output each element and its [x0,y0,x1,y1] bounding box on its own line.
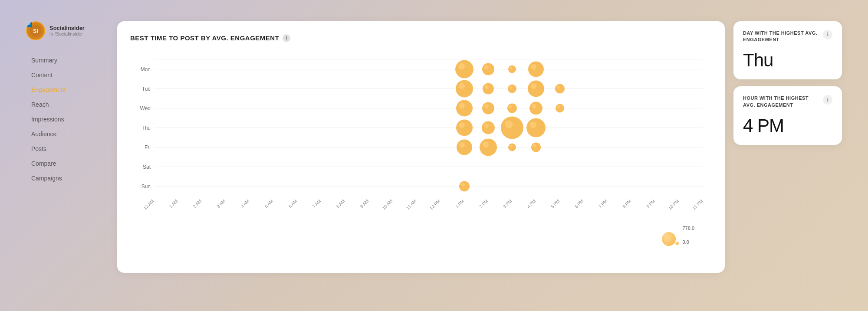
svg-point-44 [484,65,489,69]
svg-text:10 PM: 10 PM [667,198,680,210]
svg-point-46 [510,66,512,69]
svg-text:2 AM: 2 AM [192,198,203,209]
legend-max-bubble [662,232,676,246]
svg-text:Mon: Mon [141,66,151,72]
svg-text:10 AM: 10 AM [381,198,394,210]
svg-text:11 AM: 11 AM [405,198,418,210]
svg-point-55 [528,80,544,97]
brand-avatar: in SI [26,21,45,40]
svg-text:Fri: Fri [145,144,151,150]
svg-point-41 [455,60,473,78]
svg-point-73 [501,116,523,139]
stat-card-day-header: Day with the Highest Avg. Engagement ℹ [743,30,832,43]
stat-card-hour-icon[interactable]: ℹ [823,95,832,105]
svg-text:7 PM: 7 PM [598,198,608,209]
svg-point-65 [529,101,542,115]
svg-text:Thu: Thu [141,124,151,131]
stat-card-hour-title: Hour with the Highest Avg. Engagement [743,95,821,108]
svg-point-80 [483,141,489,147]
svg-text:SI: SI [33,28,38,34]
sidebar-item-impressions[interactable]: Impressions [26,112,108,126]
svg-text:7 AM: 7 AM [312,198,322,209]
sidebar-item-compare[interactable]: Compare [26,157,108,170]
chart-title-row: Best Time to Post by Avg. Engagement ℹ [130,34,712,42]
svg-text:4 PM: 4 PM [526,198,536,209]
stat-card-day-icon[interactable]: ℹ [823,30,832,39]
brand-name: Socialinsider [49,25,85,31]
sidebar-item-audience[interactable]: Audience [26,127,108,141]
legend-labels: 778.0 0.0 [682,226,694,245]
svg-point-64 [509,105,513,108]
svg-text:1 PM: 1 PM [454,198,465,209]
sidebar-item-content[interactable]: Content [26,68,108,82]
svg-point-74 [505,120,513,128]
svg-point-62 [484,104,489,108]
stat-card-day: Day with the Highest Avg. Engagement ℹ T… [733,21,842,80]
svg-point-56 [531,83,536,89]
legend-max-label: 778.0 [682,226,694,231]
svg-point-51 [483,83,494,94]
svg-point-63 [507,103,517,113]
svg-point-72 [484,123,489,128]
svg-point-59 [456,100,473,116]
svg-text:12 AM: 12 AM [143,198,155,210]
svg-point-48 [531,64,536,69]
svg-text:3 PM: 3 PM [502,198,513,209]
svg-text:11 PM: 11 PM [691,198,704,210]
legend-bubbles-visual [658,224,680,246]
svg-text:3 AM: 3 AM [216,198,227,209]
sidebar-item-engagement[interactable]: Engagement [26,83,108,97]
svg-text:5 AM: 5 AM [264,198,274,209]
svg-text:Sun: Sun [141,183,151,189]
legend-min-label: 0.0 [682,239,694,245]
svg-point-71 [482,121,495,134]
svg-point-50 [459,83,465,89]
svg-text:1 AM: 1 AM [168,198,179,209]
svg-point-77 [457,139,472,155]
bubble-chart-container: MonTueWedThuFriSatSun12 AM1 AM2 AM3 AM4 … [130,55,712,220]
legend-min-bubble [675,242,679,245]
svg-text:Tue: Tue [142,85,151,92]
svg-text:12 PM: 12 PM [429,198,441,210]
right-panel: Day with the Highest Avg. Engagement ℹ T… [733,13,851,299]
svg-point-52 [485,85,489,89]
chart-card: Best Time to Post by Avg. Engagement ℹ M… [117,21,725,273]
svg-text:6 PM: 6 PM [574,198,584,209]
svg-text:9 AM: 9 AM [359,198,370,209]
brand-handle: in /Socialinsider [49,31,85,36]
svg-point-79 [480,138,497,156]
svg-point-83 [531,142,541,152]
sidebar-item-reach[interactable]: Reach [26,98,108,111]
main-content: Best Time to Post by Avg. Engagement ℹ M… [108,13,733,299]
app-container: in SI Socialinsider in /Socialinsider Su… [17,13,851,299]
legend-container: 778.0 0.0 [658,224,694,246]
stat-card-hour-header: Hour with the Highest Avg. Engagement ℹ [743,95,832,108]
svg-point-86 [461,183,464,186]
svg-point-60 [459,103,465,108]
stat-card-hour: Hour with the Highest Avg. Engagement ℹ … [733,86,842,145]
sidebar-item-summary[interactable]: Summary [26,53,108,67]
sidebar-item-posts[interactable]: Posts [26,142,108,156]
svg-text:Wed: Wed [140,105,151,111]
svg-point-58 [557,85,560,89]
svg-text:4 AM: 4 AM [240,198,250,209]
svg-text:8 PM: 8 PM [621,198,632,209]
svg-point-49 [456,80,473,97]
chart-title: Best Time to Post by Avg. Engagement [130,34,279,42]
chart-info-icon[interactable]: ℹ [283,34,290,42]
svg-point-45 [508,65,516,73]
svg-point-76 [530,121,536,128]
svg-point-68 [557,105,560,108]
svg-point-57 [555,84,565,93]
svg-point-82 [510,144,512,147]
linkedin-badge: in [26,21,32,27]
svg-text:6 AM: 6 AM [288,198,298,209]
svg-point-70 [459,122,465,128]
sidebar-item-campaigns[interactable]: Campaigns [26,171,108,185]
svg-point-42 [458,63,465,69]
sidebar: in SI Socialinsider in /Socialinsider Su… [17,13,108,299]
brand-header: in SI Socialinsider in /Socialinsider [26,21,108,40]
svg-point-53 [508,84,516,93]
svg-point-85 [459,181,470,191]
svg-point-61 [482,102,494,114]
